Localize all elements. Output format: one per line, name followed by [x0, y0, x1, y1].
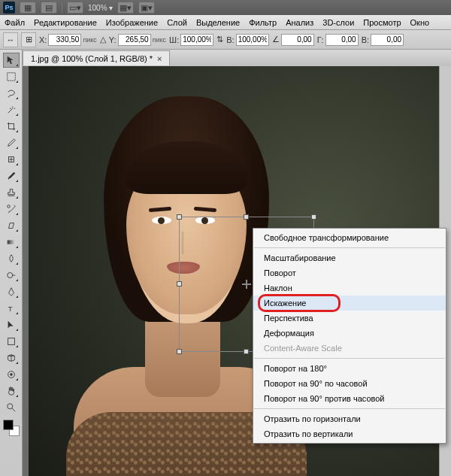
marquee-tool[interactable] — [3, 69, 20, 84]
close-tab-icon[interactable]: × — [157, 54, 162, 63]
vskew-input[interactable] — [371, 34, 404, 46]
context-menu-item[interactable]: Перспектива — [253, 311, 446, 326]
delta-icon[interactable]: △ — [100, 35, 106, 44]
x-field: X: пикс — [39, 34, 97, 46]
options-bar: ↔ ⊞ X: пикс △ Y: пикс Ш: ⇅ В: ∠ Г: В: — [0, 30, 451, 50]
angle-input[interactable] — [281, 34, 314, 46]
menu-edit[interactable]: Редактирование — [34, 18, 97, 27]
wand-tool[interactable] — [3, 102, 20, 117]
move-tool[interactable] — [3, 53, 20, 68]
type-tool[interactable]: T — [3, 301, 20, 316]
hskew-field: Г: — [317, 34, 359, 46]
context-menu-item[interactable]: Масштабирование — [253, 250, 446, 265]
context-menu-item[interactable]: Поворот — [253, 265, 446, 280]
svg-rect-0 — [7, 73, 15, 81]
menu-filter[interactable]: Фильтр — [249, 18, 277, 27]
transform-handle-tl[interactable] — [177, 214, 182, 220]
transform-center-icon[interactable] — [242, 280, 251, 289]
history-brush-tool[interactable] — [3, 202, 20, 217]
transform-handle-tr[interactable] — [311, 214, 316, 220]
context-menu-item[interactable]: Отразить по вертикали — [253, 426, 446, 441]
hand-tool[interactable] — [3, 384, 20, 399]
path-select-tool[interactable] — [3, 317, 20, 332]
pen-tool[interactable] — [3, 284, 20, 299]
arrange-docs-button[interactable]: ▦▾ — [117, 2, 134, 14]
h-field: В: — [226, 34, 268, 46]
zoom-level-dropdown[interactable]: 100% ▾ — [88, 4, 113, 12]
eyedropper-tool[interactable] — [3, 135, 20, 150]
toolbox: T — [0, 50, 23, 476]
context-menu-separator — [254, 247, 445, 248]
view-extras-button[interactable]: ▭▾ — [67, 2, 83, 14]
3d-tool[interactable] — [3, 350, 20, 365]
context-menu-item: Content-Aware Scale — [253, 341, 446, 356]
y-unit: пикс — [153, 36, 166, 44]
context-menu-item[interactable]: Поворот на 90° против часовой — [253, 391, 446, 406]
svg-point-8 — [10, 373, 13, 376]
menu-analysis[interactable]: Анализ — [286, 18, 313, 27]
y-field: Y: пикс — [109, 34, 166, 46]
minibridge-button[interactable]: ▤ — [41, 2, 57, 14]
transform-handle-bl[interactable] — [177, 349, 182, 354]
x-unit: пикс — [83, 36, 96, 44]
menu-layer[interactable]: Слой — [167, 18, 187, 27]
w-label: Ш: — [169, 35, 179, 44]
separator — [62, 2, 62, 13]
dodge-tool[interactable] — [3, 268, 20, 283]
3d-camera-tool[interactable] — [3, 367, 20, 382]
eraser-tool[interactable] — [3, 218, 20, 233]
w-input[interactable] — [180, 34, 213, 46]
heal-tool[interactable] — [3, 152, 20, 167]
transform-tool-icon[interactable]: ↔ — [3, 32, 18, 47]
brush-tool[interactable] — [3, 168, 20, 183]
context-menu-item[interactable]: Искажение — [253, 296, 446, 311]
y-input[interactable] — [118, 34, 151, 46]
link-wh-icon[interactable]: ⇅ — [216, 35, 223, 44]
transform-handle-bm[interactable] — [244, 349, 249, 354]
menu-image[interactable]: Изображение — [106, 18, 158, 27]
vskew-label: В: — [362, 35, 369, 44]
blur-tool[interactable] — [3, 251, 20, 266]
svg-point-2 — [7, 205, 10, 208]
h-label: В: — [226, 35, 234, 44]
vskew-field: В: — [362, 34, 404, 46]
document-tab-label: 1.jpg @ 100% (Слой 1, RGB/8) * — [31, 54, 153, 63]
w-field: Ш: — [169, 34, 213, 46]
shape-tool[interactable] — [3, 334, 20, 349]
reference-point-icon[interactable]: ⊞ — [21, 32, 36, 47]
hskew-input[interactable] — [325, 34, 359, 46]
context-menu-item[interactable]: Отразить по горизонтали — [253, 411, 446, 426]
context-menu-item[interactable]: Поворот на 180° — [253, 361, 446, 376]
angle-label: ∠ — [272, 35, 280, 44]
svg-point-4 — [7, 273, 12, 278]
context-menu-separator — [254, 358, 445, 359]
svg-point-9 — [7, 404, 12, 409]
transform-handle-ml[interactable] — [177, 281, 182, 287]
h-input[interactable] — [236, 34, 269, 46]
document-tab[interactable]: 1.jpg @ 100% (Слой 1, RGB/8) * × — [23, 50, 170, 65]
zoom-tool[interactable] — [3, 400, 20, 415]
y-label: Y: — [109, 35, 117, 44]
svg-rect-6 — [8, 338, 14, 345]
crop-tool[interactable] — [3, 119, 20, 134]
context-menu-item[interactable]: Поворот на 90° по часовой — [253, 376, 446, 391]
menu-file[interactable]: Файл — [5, 18, 25, 27]
context-menu: Свободное трансформированиеМасштабирован… — [253, 228, 446, 444]
x-input[interactable] — [48, 34, 81, 46]
launch-bridge-button[interactable]: ▦ — [20, 2, 36, 14]
menu-bar: Файл Редактирование Изображение Слой Выд… — [0, 15, 451, 30]
menu-view[interactable]: Просмотр — [363, 18, 401, 27]
screen-mode-button[interactable]: ▣▾ — [138, 2, 155, 14]
context-menu-item[interactable]: Деформация — [253, 326, 446, 341]
menu-select[interactable]: Выделение — [196, 18, 240, 27]
menu-window[interactable]: Окно — [410, 18, 430, 27]
stamp-tool[interactable] — [3, 185, 20, 200]
foreground-color-swatch[interactable] — [3, 420, 14, 430]
menu-3d[interactable]: 3D-слои — [322, 18, 354, 27]
lasso-tool[interactable] — [3, 86, 20, 101]
color-swatches[interactable] — [3, 420, 20, 436]
gradient-tool[interactable] — [3, 235, 20, 250]
context-menu-item[interactable]: Свободное трансформирование — [253, 230, 446, 245]
context-menu-item[interactable]: Наклон — [253, 280, 446, 296]
transform-handle-tm[interactable] — [244, 214, 249, 220]
